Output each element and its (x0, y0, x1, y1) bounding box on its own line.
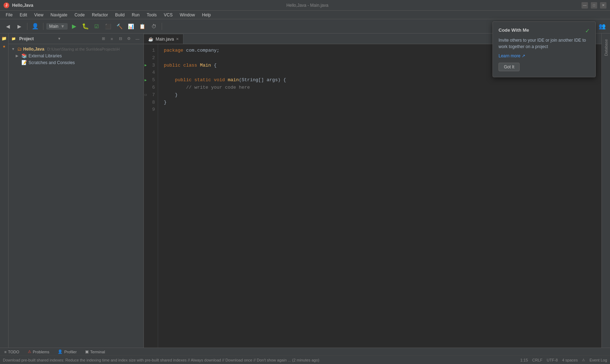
app-icon: J (4, 2, 9, 8)
project-folder-icon: 🗂 (17, 46, 22, 52)
sidebar-content: ▼ 🗂 Hello,Java D:\User\Staring at the Su… (9, 44, 144, 348)
run-arrow-3[interactable]: ▶ (145, 63, 147, 68)
left-panel-icons: 📁 ★ (0, 33, 9, 348)
run-arrow-5[interactable]: ▶ (145, 78, 147, 83)
encoding[interactable]: UTF-8 (547, 358, 558, 362)
scratches-icon: 📝 (21, 60, 27, 65)
run-button[interactable]: ▶ (69, 21, 79, 31)
popup-title: Code With Me (499, 27, 529, 33)
line-num-7: ◻7 (144, 92, 158, 99)
menu-window[interactable]: Window (177, 12, 198, 18)
download-message: Download pre-built shared indexes: Reduc… (3, 358, 319, 362)
menu-navigate[interactable]: Navigate (48, 12, 70, 18)
profiler-button[interactable]: 📊 (126, 21, 136, 31)
code-with-me-button[interactable]: 👥 (597, 21, 607, 31)
tab-close-button[interactable]: ✕ (176, 37, 179, 41)
menu-run[interactable]: Run (129, 12, 142, 18)
sidebar-collapse-btn[interactable]: ⊟ (117, 36, 124, 42)
sidebar-expand-btn[interactable]: ≡ (109, 36, 115, 42)
terminal-icon: ▣ (85, 349, 89, 354)
learn-more-link[interactable]: Learn more ↗ (499, 53, 590, 58)
profiler-label: Profiler (64, 350, 77, 354)
back-button[interactable]: ◀ (3, 21, 13, 31)
menu-file[interactable]: File (3, 12, 15, 18)
code-with-me-popup: Code With Me ✓ Invite others to your IDE… (492, 21, 596, 77)
external-libs-icon: 📚 (21, 53, 27, 58)
project-root-path: D:\User\Staring at the Sun\IdeaProjects\… (47, 47, 120, 51)
stop-button[interactable]: ⬛ (103, 21, 113, 31)
menu-help[interactable]: Help (199, 12, 214, 18)
terminal-label: Terminal (90, 350, 105, 354)
menu-vcs[interactable]: VCS (161, 12, 176, 18)
profiler-icon: 👤 (58, 349, 63, 354)
line-ending[interactable]: CRLF (532, 358, 543, 362)
tree-item-project-root[interactable]: ▼ 🗂 Hello,Java D:\User\Staring at the Su… (9, 46, 144, 52)
sidebar-settings-btn[interactable]: ⚙ (126, 36, 132, 42)
bottom-panel: ≡ TODO ⚠ Problems 👤 Profiler ▣ Terminal (0, 348, 610, 355)
sidebar-title: Project (19, 36, 54, 41)
sidebar-hide-btn[interactable]: — (134, 36, 141, 42)
line-num-1: 1 (144, 47, 158, 54)
line-num-5: ▶5 (144, 77, 158, 84)
debug-button[interactable]: 🐛 (80, 21, 90, 31)
editor-tab-main-java[interactable]: ☕ Main.java ✕ (144, 34, 183, 44)
run-config-selector[interactable]: Main ▼ (46, 23, 68, 30)
profiler-panel-button[interactable]: 👤 Profiler (56, 349, 78, 354)
minimize-button[interactable]: — (582, 2, 588, 9)
menu-view[interactable]: View (31, 12, 46, 18)
coverage-button[interactable]: 📋 (137, 21, 147, 31)
todo-button[interactable]: ≡ TODO (3, 350, 21, 354)
project-icon[interactable]: 📁 (1, 35, 8, 42)
menu-code[interactable]: Code (72, 12, 88, 18)
right-panel-icons: Database (601, 33, 610, 348)
toolbar-sep-1 (27, 23, 27, 30)
sidebar: 📁 Project ▼ ⊞ ≡ ⊟ ⚙ — ▼ 🗂 Hello,Java D:\… (9, 33, 144, 348)
build-button[interactable]: 🔨 (115, 21, 125, 31)
todo-icon: ≡ (4, 350, 6, 354)
menu-bar: File Edit View Navigate Code Refactor Bu… (0, 11, 610, 19)
more-run-button[interactable]: ⏱ (149, 21, 159, 31)
status-message: Download pre-built shared indexes: Reduc… (3, 358, 520, 362)
database-panel-label[interactable]: Database (603, 38, 609, 57)
event-log-button[interactable]: Event Log (589, 358, 607, 362)
line-num-6: 6 (144, 84, 158, 92)
tree-arrow-project: ▼ (11, 47, 16, 51)
forward-button[interactable]: ▶ (14, 21, 24, 31)
menu-build[interactable]: Build (112, 12, 127, 18)
project-root-label: Hello,Java (23, 47, 44, 52)
menu-edit[interactable]: Edit (17, 12, 30, 18)
status-right: 1:15 CRLF UTF-8 4 spaces ⚠ Event Log (520, 358, 607, 362)
run-with-coverage-button[interactable]: ☑ (92, 21, 102, 31)
problems-label: Problems (33, 350, 49, 354)
problems-icon: ⚠ (28, 349, 31, 354)
toolbar-sep-3 (162, 23, 162, 30)
close-button[interactable]: ✕ (600, 2, 606, 9)
line-numbers: 1 2 ▶3 4 ▶5 6 ◻7 8 9 (144, 44, 158, 348)
indent-setting[interactable]: 4 spaces (562, 358, 578, 362)
sidebar-header: 📁 Project ▼ ⊞ ≡ ⊟ ⚙ — (9, 33, 144, 44)
bookmarks-icon[interactable]: ★ (1, 43, 8, 50)
status-bar: Download pre-built shared indexes: Reduc… (0, 355, 610, 364)
line-num-9: 9 (144, 106, 158, 114)
tree-item-scratches[interactable]: ▶ 📝 Scratches and Consoles (9, 59, 144, 66)
got-it-button[interactable]: Got It (499, 63, 520, 71)
line-num-4: 4 (144, 69, 158, 77)
code-content[interactable]: package com.company; public class Main {… (158, 44, 610, 348)
tree-item-external-libs[interactable]: ▶ 📚 External Libraries (9, 52, 144, 59)
menu-refactor[interactable]: Refactor (89, 12, 111, 18)
problems-button[interactable]: ⚠ Problems (26, 349, 51, 354)
todo-label: TODO (8, 350, 19, 354)
maximize-button[interactable]: □ (591, 2, 597, 9)
window-title: Hello,Java - Main.java (33, 3, 582, 8)
main-layout: 📁 ★ 📁 Project ▼ ⊞ ≡ ⊟ ⚙ — ▼ 🗂 Hello,Java… (0, 33, 610, 348)
popup-check-icon: ✓ (585, 27, 590, 34)
title-bar: J Hello,Java Hello,Java - Main.java — □ … (0, 0, 610, 11)
menu-tools[interactable]: Tools (144, 12, 160, 18)
profile-button[interactable]: 👤 (30, 21, 40, 31)
sidebar-scope-btn[interactable]: ⊞ (100, 36, 106, 42)
terminal-button[interactable]: ▣ Terminal (84, 349, 106, 354)
window-controls: — □ ✕ (582, 2, 606, 9)
cursor-position[interactable]: 1:15 (520, 358, 528, 362)
code-editor[interactable]: 1 2 ▶3 4 ▶5 6 ◻7 8 9 package com.company… (144, 44, 610, 348)
external-libs-label: External Libraries (28, 53, 62, 58)
